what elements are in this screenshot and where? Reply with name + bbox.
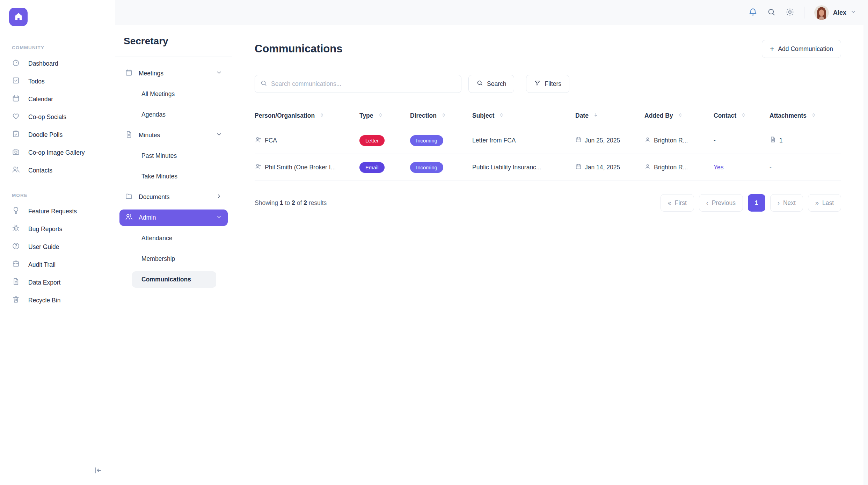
search-box [255, 75, 461, 93]
search-icon [476, 80, 483, 88]
bug-icon [12, 224, 20, 234]
secretary-item-agendas[interactable]: Agendas [119, 106, 228, 123]
users-icon [12, 166, 20, 175]
secretary-item-label: Agendas [141, 111, 166, 118]
previous-page-button[interactable]: ‹ Previous [699, 194, 743, 212]
secretary-item-label: Membership [141, 255, 175, 263]
sidebar-item-label: Dashboard [28, 60, 58, 67]
user-icon [644, 137, 651, 145]
sun-icon [786, 8, 794, 17]
secretary-item-past-minutes[interactable]: Past Minutes [119, 148, 228, 164]
sidebar-section-more: MORE Feature Requests Bug Reports User G… [6, 193, 109, 308]
contact-yes-link[interactable]: Yes [714, 164, 724, 171]
add-communication-button[interactable]: + Add Communication [762, 40, 841, 58]
dashboard-icon [12, 59, 20, 68]
attachments-cell: - [769, 164, 841, 171]
sidebar-item-contacts[interactable]: Contacts [6, 163, 109, 178]
secretary-item-attendance[interactable]: Attendance [119, 230, 228, 247]
sidebar-item-recycle-bin[interactable]: Recycle Bin [6, 293, 109, 308]
table-row[interactable]: Phil Smith (One Broker I... Email Incomi… [255, 154, 841, 181]
communications-table: Person/Organisation Type Direction Subje… [255, 105, 841, 181]
sidebar-item-label: Bug Reports [28, 226, 62, 233]
double-chevron-left-icon: « [668, 199, 671, 207]
archive-icon [12, 260, 20, 270]
column-header-added-by[interactable]: Added By [644, 112, 714, 119]
user-menu[interactable]: Alex [814, 5, 856, 20]
top-header: Alex [115, 0, 868, 25]
column-header-person[interactable]: Person/Organisation [255, 112, 359, 119]
sidebar-item-todos[interactable]: Todos [6, 74, 109, 89]
secretary-item-all-meetings[interactable]: All Meetings [119, 86, 228, 102]
secretary-item-communications[interactable]: Communications [132, 271, 216, 288]
first-page-button[interactable]: « First [661, 194, 694, 212]
column-header-subject[interactable]: Subject [472, 112, 575, 119]
sidebar-item-coop-socials[interactable]: Co-op Socials [6, 109, 109, 125]
filters-button[interactable]: Filters [526, 75, 569, 93]
person-cell: Phil Smith (One Broker I... [255, 163, 359, 172]
date-cell: Jun 25, 2025 [575, 137, 644, 145]
add-communication-label: Add Communication [778, 45, 833, 53]
secretary-item-take-minutes[interactable]: Take Minutes [119, 168, 228, 185]
secretary-item-label: Documents [139, 193, 170, 201]
notifications-button[interactable] [749, 8, 757, 17]
theme-toggle-button[interactable] [786, 8, 794, 17]
sort-icon [678, 112, 683, 119]
filters-button-label: Filters [545, 80, 561, 88]
column-header-direction[interactable]: Direction [410, 112, 472, 119]
file-text-icon [12, 278, 20, 287]
chevron-right-icon [216, 193, 222, 201]
column-header-contact[interactable]: Contact [714, 112, 769, 119]
column-header-attachments[interactable]: Attachments [769, 112, 841, 119]
sidebar-item-label: Data Export [28, 279, 60, 286]
main-content: Communications + Add Communication Searc… [232, 25, 863, 485]
chevron-right-icon: › [778, 199, 780, 207]
home-icon [14, 12, 23, 23]
sidebar-item-label: Doodle Polls [28, 131, 63, 139]
contact-cell: - [714, 137, 769, 144]
chevron-down-icon [216, 214, 222, 222]
search-input[interactable] [271, 80, 456, 88]
sidebar-item-label: Recycle Bin [28, 297, 60, 304]
search-button[interactable]: Search [468, 75, 514, 93]
user-icon [644, 163, 651, 171]
calendar-icon [575, 163, 582, 171]
sidebar-item-label: User Guide [28, 243, 59, 251]
secretary-item-label: Take Minutes [141, 173, 177, 180]
page-header: Communications + Add Communication [255, 40, 841, 58]
secretary-item-documents[interactable]: Documents [119, 189, 228, 205]
sidebar-item-label: Co-op Socials [28, 113, 66, 121]
sidebar-item-audit-trail[interactable]: Audit Trail [6, 257, 109, 272]
column-header-date[interactable]: Date [575, 112, 644, 119]
sidebar-item-label: Calendar [28, 96, 53, 103]
sidebar-item-data-export[interactable]: Data Export [6, 275, 109, 290]
sidebar-item-coop-image-gallery[interactable]: Co-op Image Gallery [6, 145, 109, 160]
sidebar-item-feature-requests[interactable]: Feature Requests [6, 204, 109, 219]
collapse-sidebar-button[interactable] [93, 466, 102, 476]
secretary-item-minutes[interactable]: Minutes [119, 127, 228, 144]
scrollbar-track[interactable] [863, 25, 868, 485]
sidebar-item-dashboard[interactable]: Dashboard [6, 56, 109, 71]
app-logo[interactable] [9, 8, 28, 26]
sidebar-item-bug-reports[interactable]: Bug Reports [6, 221, 109, 237]
secretary-item-membership[interactable]: Membership [119, 251, 228, 267]
app-root: COMMUNITY Dashboard Todos Calendar Co-op… [0, 0, 868, 485]
primary-sidebar: COMMUNITY Dashboard Todos Calendar Co-op… [0, 0, 115, 485]
current-page-button[interactable]: 1 [748, 194, 765, 212]
table-row[interactable]: FCA Letter Incoming Letter from FCA Jun … [255, 127, 841, 154]
sidebar-item-doodle-polls[interactable]: Doodle Polls [6, 127, 109, 142]
column-header-type[interactable]: Type [359, 112, 410, 119]
next-page-button[interactable]: › Next [770, 194, 803, 212]
sidebar-item-user-guide[interactable]: User Guide [6, 239, 109, 255]
content-row: Secretary Meetings All Meetings Agendas … [115, 25, 868, 485]
sort-icon [378, 112, 383, 119]
sidebar-item-calendar[interactable]: Calendar [6, 91, 109, 107]
global-search-button[interactable] [767, 8, 776, 17]
search-icon [767, 8, 776, 17]
section-label: COMMUNITY [12, 45, 109, 50]
sort-icon [741, 112, 746, 119]
secretary-item-admin[interactable]: Admin [119, 210, 228, 226]
contact-cell: Yes [714, 164, 769, 171]
last-page-button[interactable]: » Last [808, 194, 841, 212]
secretary-item-meetings[interactable]: Meetings [119, 65, 228, 82]
sidebar-section-community: COMMUNITY Dashboard Todos Calendar Co-op… [6, 45, 109, 178]
